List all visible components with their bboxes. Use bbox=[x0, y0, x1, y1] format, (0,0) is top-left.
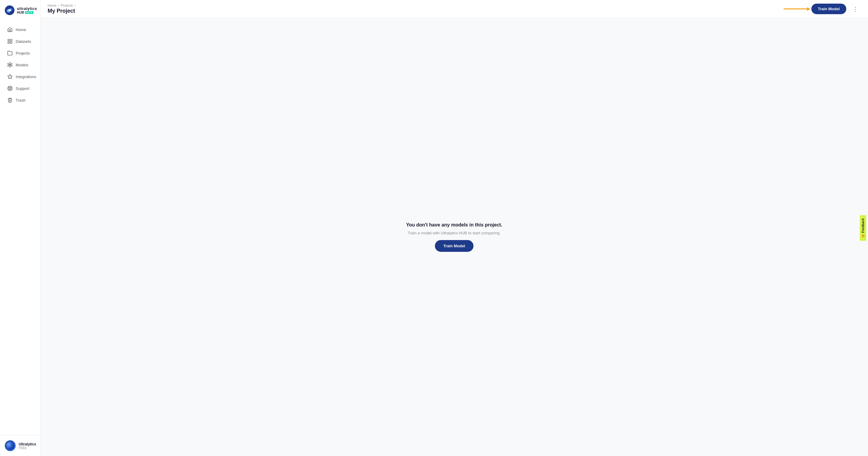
sidebar-footer: Ultralytics FREE bbox=[0, 435, 40, 456]
sidebar-item-support[interactable]: Support bbox=[2, 83, 38, 94]
sidebar: ultralytics HUB BETA Home bbox=[0, 0, 40, 456]
breadcrumb-sep-2: > bbox=[74, 4, 76, 7]
logo-icon bbox=[5, 5, 14, 15]
logo-hub: HUB bbox=[17, 11, 24, 14]
sidebar-label-trash: Trash bbox=[16, 98, 26, 103]
svg-line-27 bbox=[8, 89, 9, 90]
footer-plan: FREE bbox=[19, 446, 36, 450]
sidebar-label-support: Support bbox=[16, 86, 30, 91]
train-model-button-header[interactable]: Train Model bbox=[811, 4, 846, 14]
breadcrumb-projects[interactable]: Projects bbox=[61, 4, 73, 7]
breadcrumb-home[interactable]: Home bbox=[48, 4, 56, 7]
svg-rect-6 bbox=[8, 42, 9, 44]
sidebar-nav: Home Datasets Projects bbox=[0, 21, 40, 435]
support-icon bbox=[7, 86, 13, 91]
header: Home > Projects > My Project Train Model… bbox=[40, 0, 868, 18]
footer-text: Ultralytics FREE bbox=[19, 442, 36, 450]
page-title: My Project bbox=[48, 8, 76, 14]
models-icon bbox=[7, 62, 13, 67]
svg-point-3 bbox=[8, 9, 11, 11]
sidebar-item-trash[interactable]: Trash bbox=[2, 94, 38, 106]
sidebar-label-models: Models bbox=[16, 63, 28, 67]
sidebar-item-datasets[interactable]: Datasets bbox=[2, 36, 38, 47]
feedback-tab[interactable]: 😊 Feedback bbox=[860, 215, 866, 241]
empty-state-title: You don't have any models in this projec… bbox=[406, 222, 502, 228]
sidebar-label-projects: Projects bbox=[16, 51, 30, 56]
more-options-button[interactable]: ⋮ bbox=[850, 4, 861, 14]
beta-badge: BETA bbox=[25, 11, 34, 14]
projects-icon bbox=[7, 50, 13, 56]
svg-line-16 bbox=[10, 64, 11, 64]
svg-line-26 bbox=[10, 87, 11, 88]
logo-area: ultralytics HUB BETA bbox=[0, 0, 40, 21]
sidebar-item-projects[interactable]: Projects bbox=[2, 47, 38, 59]
svg-rect-7 bbox=[10, 42, 12, 44]
logo-name: ultralytics bbox=[17, 7, 37, 10]
svg-rect-5 bbox=[10, 39, 12, 41]
logo-text: ultralytics HUB BETA bbox=[17, 7, 37, 14]
logo-sub: HUB BETA bbox=[17, 11, 37, 14]
arrow-line bbox=[784, 8, 808, 9]
sidebar-label-home: Home bbox=[16, 27, 26, 32]
feedback-icon: 😊 bbox=[861, 234, 865, 238]
datasets-icon bbox=[7, 38, 13, 44]
breadcrumb: Home > Projects > My Project bbox=[48, 4, 76, 14]
empty-state: You don't have any models in this projec… bbox=[406, 222, 502, 252]
feedback-label: Feedback bbox=[861, 218, 865, 233]
sidebar-label-integrations: Integrations bbox=[16, 75, 36, 79]
footer-username: Ultralytics bbox=[19, 442, 36, 446]
svg-rect-4 bbox=[8, 39, 9, 41]
sidebar-item-integrations[interactable]: Integrations bbox=[2, 71, 38, 82]
sidebar-item-models[interactable]: Models bbox=[2, 59, 38, 70]
svg-line-24 bbox=[8, 87, 9, 88]
home-icon bbox=[7, 27, 13, 32]
header-actions: Train Model ⋮ bbox=[784, 4, 861, 14]
arrow-annotation bbox=[784, 8, 808, 9]
sidebar-label-datasets: Datasets bbox=[16, 39, 31, 44]
svg-line-25 bbox=[10, 89, 11, 90]
train-model-button-center[interactable]: Train Model bbox=[435, 240, 473, 252]
empty-state-subtitle: Train a model with Ultralytics HUB to st… bbox=[408, 231, 501, 235]
content-area: You don't have any models in this projec… bbox=[40, 18, 868, 456]
svg-line-19 bbox=[8, 65, 9, 66]
avatar bbox=[5, 440, 16, 451]
main-area: Home > Projects > My Project Train Model… bbox=[40, 0, 868, 456]
svg-marker-21 bbox=[8, 75, 12, 79]
breadcrumb-sep-1: > bbox=[58, 4, 59, 7]
more-options-icon: ⋮ bbox=[852, 5, 858, 13]
sidebar-item-home[interactable]: Home bbox=[2, 24, 38, 35]
breadcrumb-trail: Home > Projects > bbox=[48, 4, 76, 7]
integrations-icon bbox=[7, 74, 13, 79]
trash-icon bbox=[7, 97, 13, 103]
svg-line-20 bbox=[8, 64, 9, 64]
svg-line-17 bbox=[10, 65, 11, 66]
